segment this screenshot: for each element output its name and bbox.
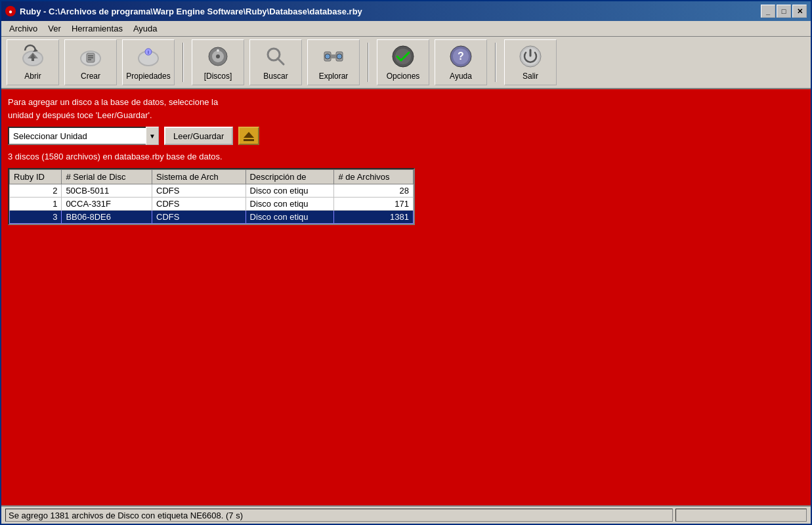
svg-marker-31 [244,132,254,138]
disk-table-container[interactable]: Ruby ID # Serial de Disc Sistema de Arch… [8,168,415,225]
unidad-select[interactable]: Seleccionar Unidad [8,127,159,145]
crear-icon [77,44,104,69]
status-bar-right [675,509,807,522]
opciones-label: Opciones [387,72,420,81]
table-cell-2: CDFS [152,211,246,224]
instruction-text: Para agregar un disco a la base de datos… [8,96,804,121]
table-cell-2: CDFS [152,198,246,211]
status-bar: Se agrego 1381 archivos de Disco con eti… [1,505,811,524]
window-title: Ruby - C:\Archivos de programa\Warp Engi… [20,7,362,16]
toolbar-salir-button[interactable]: Salir [504,39,557,85]
toolbar-discos-button[interactable]: [Discos] [192,39,244,85]
svg-point-16 [217,49,219,52]
explorar-icon [320,44,347,69]
svg-rect-32 [244,139,254,141]
minimize-button[interactable]: _ [761,5,775,18]
table-row[interactable]: 3BB06-8DE6CDFSDisco con etiqu1381 [10,211,414,224]
leer-guardar-button[interactable]: Leer/Guardar [164,127,233,145]
main-content: Para agregar un disco a la base de datos… [1,89,811,505]
toolbar-explorar-button[interactable]: Explorar [307,39,360,85]
table-cell-4: 171 [334,198,414,211]
table-cell-3: Disco con etiqu [246,198,334,211]
svg-point-15 [216,54,220,58]
table-cell-1: 50CB-5011 [62,184,152,198]
table-cell-1: 0CCA-331F [62,198,152,211]
unidad-select-wrapper: Seleccionar Unidad ▼ [8,127,159,145]
status-bar-message: Se agrego 1381 archivos de Disco con eti… [5,509,673,522]
ayuda-icon: ? [448,44,474,69]
table-cell-0: 2 [10,184,62,198]
table-cell-3: Disco con etiqu [246,184,334,198]
table-cell-3: Disco con etiqu [246,211,334,224]
menu-bar: Archivo Ver Herramientas Ayuda [1,21,811,37]
app-icon: ● [5,6,16,16]
svg-point-23 [337,54,342,59]
toolbar-ayuda-button[interactable]: ? Ayuda [435,39,487,85]
table-cell-0: 1 [10,198,62,211]
controls-row: Seleccionar Unidad ▼ Leer/Guardar [8,127,804,145]
toolbar-abrir-button[interactable]: Abrir [7,39,59,85]
buscar-label: Buscar [263,72,288,81]
salir-icon [517,44,544,69]
table-cell-4: 28 [334,184,414,198]
toolbar: Abrir Crear i Propiedades [1,37,811,89]
main-window: ● Ruby - C:\Archivos de programa\Warp En… [0,0,812,525]
eject-button[interactable] [238,127,259,145]
svg-rect-21 [330,54,337,58]
abrir-icon [20,44,46,69]
menu-archivo[interactable]: Archivo [4,22,43,35]
disk-table: Ruby ID # Serial de Disc Sistema de Arch… [9,169,414,224]
table-body: 250CB-5011CDFSDisco con etiqu2810CCA-331… [10,184,414,224]
toolbar-separator-3 [495,43,496,82]
toolbar-propiedades-button[interactable]: i Propiedades [122,39,175,85]
close-button[interactable]: ✕ [792,5,807,18]
col-descripcion: Descripción de [246,170,334,184]
toolbar-separator-1 [182,43,184,82]
svg-point-22 [325,54,330,59]
menu-ver[interactable]: Ver [43,22,66,35]
table-cell-4: 1381 [334,211,414,224]
table-cell-1: BB06-8DE6 [62,211,152,224]
eject-icon [242,130,255,142]
crear-label: Crear [81,72,100,81]
maximize-button[interactable]: □ [777,5,791,18]
window-controls: _ □ ✕ [761,5,807,18]
discos-icon [205,44,231,69]
svg-text:i: i [148,50,149,54]
menu-ayuda[interactable]: Ayuda [128,22,163,35]
col-archivos: # de Archivos [334,170,414,184]
table-row[interactable]: 250CB-5011CDFSDisco con etiqu28 [10,184,414,198]
toolbar-crear-button[interactable]: Crear [64,39,117,85]
table-cell-2: CDFS [152,184,246,198]
ayuda-label: Ayuda [450,72,472,81]
abrir-label: Abrir [24,72,41,81]
discos-label: [Discos] [204,72,232,81]
col-sistema: Sistema de Arch [152,170,246,184]
title-bar-left: ● Ruby - C:\Archivos de programa\Warp En… [5,6,362,16]
toolbar-buscar-button[interactable]: Buscar [249,39,302,85]
status-info-text: 3 discos (1580 archivos) en database.rby… [8,152,804,161]
table-header-row: Ruby ID # Serial de Disc Sistema de Arch… [10,170,414,184]
table-cell-0: 3 [10,211,62,224]
menu-herramientas[interactable]: Herramientas [66,22,128,35]
col-serial: # Serial de Disc [62,170,152,184]
toolbar-opciones-button[interactable]: Opciones [377,39,429,85]
svg-text:?: ? [458,51,464,62]
toolbar-separator-2 [368,43,369,82]
table-row[interactable]: 10CCA-331FCDFSDisco con etiqu171 [10,198,414,211]
col-ruby-id: Ruby ID [10,170,62,184]
salir-label: Salir [523,72,538,81]
propiedades-icon: i [135,44,161,69]
explorar-label: Explorar [319,72,349,81]
svg-line-18 [278,58,284,64]
buscar-icon [263,44,289,69]
propiedades-label: Propiedades [126,72,170,81]
title-bar: ● Ruby - C:\Archivos de programa\Warp En… [1,1,811,21]
opciones-icon [390,44,416,69]
